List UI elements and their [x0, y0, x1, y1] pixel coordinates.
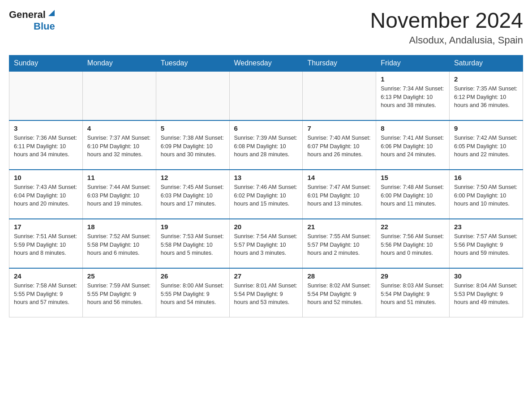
day-info: Sunrise: 7:54 AM Sunset: 5:57 PM Dayligh… — [234, 232, 298, 257]
day-number: 1 — [381, 75, 445, 83]
calendar-cell: 27Sunrise: 8:01 AM Sunset: 5:54 PM Dayli… — [229, 268, 303, 317]
logo-text-general: General — [9, 9, 46, 21]
day-number: 5 — [161, 124, 225, 132]
day-number: 23 — [454, 223, 518, 231]
day-number: 12 — [161, 174, 225, 181]
calendar-cell: 16Sunrise: 7:50 AM Sunset: 6:00 PM Dayli… — [450, 170, 523, 219]
day-info: Sunrise: 8:01 AM Sunset: 5:54 PM Dayligh… — [234, 282, 298, 307]
day-info: Sunrise: 7:45 AM Sunset: 6:03 PM Dayligh… — [161, 183, 225, 208]
calendar-week-row: 10Sunrise: 7:43 AM Sunset: 6:04 PM Dayli… — [9, 170, 523, 219]
day-info: Sunrise: 7:40 AM Sunset: 6:07 PM Dayligh… — [307, 134, 371, 159]
day-number: 9 — [454, 124, 518, 132]
calendar-cell: 9Sunrise: 7:42 AM Sunset: 6:05 PM Daylig… — [450, 120, 523, 170]
weekday-header-friday: Friday — [376, 55, 450, 71]
calendar-week-row: 1Sunrise: 7:34 AM Sunset: 6:13 PM Daylig… — [9, 71, 523, 120]
calendar-cell: 15Sunrise: 7:48 AM Sunset: 6:00 PM Dayli… — [376, 170, 450, 219]
calendar-week-row: 3Sunrise: 7:36 AM Sunset: 6:11 PM Daylig… — [9, 120, 523, 170]
calendar-cell: 26Sunrise: 8:00 AM Sunset: 5:55 PM Dayli… — [156, 268, 229, 317]
calendar-cell: 2Sunrise: 7:35 AM Sunset: 6:12 PM Daylig… — [450, 71, 523, 120]
calendar-cell: 1Sunrise: 7:34 AM Sunset: 6:13 PM Daylig… — [376, 71, 450, 120]
calendar-cell — [156, 71, 229, 120]
calendar-table: SundayMondayTuesdayWednesdayThursdayFrid… — [9, 55, 523, 318]
calendar-cell: 19Sunrise: 7:53 AM Sunset: 5:58 PM Dayli… — [156, 219, 229, 268]
calendar-cell — [9, 71, 83, 120]
day-info: Sunrise: 8:03 AM Sunset: 5:54 PM Dayligh… — [381, 282, 445, 307]
day-info: Sunrise: 7:39 AM Sunset: 6:08 PM Dayligh… — [234, 134, 298, 159]
day-info: Sunrise: 7:48 AM Sunset: 6:00 PM Dayligh… — [381, 183, 445, 208]
title-area: November 2024 Alsodux, Andalusia, Spain — [370, 9, 523, 46]
svg-marker-0 — [48, 10, 55, 16]
day-number: 16 — [454, 174, 518, 181]
calendar-cell: 8Sunrise: 7:41 AM Sunset: 6:06 PM Daylig… — [376, 120, 450, 170]
day-info: Sunrise: 7:42 AM Sunset: 6:05 PM Dayligh… — [454, 134, 518, 159]
day-info: Sunrise: 7:37 AM Sunset: 6:10 PM Dayligh… — [87, 134, 151, 159]
day-number: 18 — [87, 223, 151, 231]
day-info: Sunrise: 7:34 AM Sunset: 6:13 PM Dayligh… — [381, 85, 445, 110]
calendar-cell: 3Sunrise: 7:36 AM Sunset: 6:11 PM Daylig… — [9, 120, 83, 170]
day-number: 15 — [381, 174, 445, 181]
day-info: Sunrise: 7:47 AM Sunset: 6:01 PM Dayligh… — [307, 183, 371, 208]
calendar-cell: 30Sunrise: 8:04 AM Sunset: 5:53 PM Dayli… — [450, 268, 523, 317]
day-number: 11 — [87, 174, 151, 181]
day-info: Sunrise: 7:51 AM Sunset: 5:59 PM Dayligh… — [14, 232, 78, 257]
logo-text-blue: Blue — [34, 21, 55, 32]
day-info: Sunrise: 7:50 AM Sunset: 6:00 PM Dayligh… — [454, 183, 518, 208]
page-header: General Blue November 2024 Alsodux, Anda… — [9, 9, 523, 46]
calendar-cell: 17Sunrise: 7:51 AM Sunset: 5:59 PM Dayli… — [9, 219, 83, 268]
day-number: 22 — [381, 223, 445, 231]
calendar-cell: 10Sunrise: 7:43 AM Sunset: 6:04 PM Dayli… — [9, 170, 83, 219]
calendar-cell — [82, 71, 156, 120]
calendar-cell — [229, 71, 303, 120]
day-info: Sunrise: 7:36 AM Sunset: 6:11 PM Dayligh… — [14, 134, 78, 159]
day-info: Sunrise: 7:41 AM Sunset: 6:06 PM Dayligh… — [381, 134, 445, 159]
day-number: 10 — [14, 174, 78, 181]
day-number: 8 — [381, 124, 445, 132]
calendar-cell: 18Sunrise: 7:52 AM Sunset: 5:58 PM Dayli… — [82, 219, 156, 268]
day-number: 19 — [161, 223, 225, 231]
calendar-cell: 12Sunrise: 7:45 AM Sunset: 6:03 PM Dayli… — [156, 170, 229, 219]
day-number: 7 — [307, 124, 371, 132]
day-info: Sunrise: 7:53 AM Sunset: 5:58 PM Dayligh… — [161, 232, 225, 257]
day-number: 17 — [14, 223, 78, 231]
calendar-week-row: 24Sunrise: 7:58 AM Sunset: 5:55 PM Dayli… — [9, 268, 523, 317]
day-number: 24 — [14, 272, 78, 280]
day-number: 14 — [307, 174, 371, 181]
day-info: Sunrise: 8:00 AM Sunset: 5:55 PM Dayligh… — [161, 282, 225, 307]
day-number: 28 — [307, 272, 371, 280]
day-info: Sunrise: 7:35 AM Sunset: 6:12 PM Dayligh… — [454, 85, 518, 110]
day-number: 21 — [307, 223, 371, 231]
calendar-cell — [303, 71, 376, 120]
calendar-cell: 22Sunrise: 7:56 AM Sunset: 5:56 PM Dayli… — [376, 219, 450, 268]
calendar-week-row: 17Sunrise: 7:51 AM Sunset: 5:59 PM Dayli… — [9, 219, 523, 268]
weekday-header-sunday: Sunday — [9, 55, 83, 71]
day-number: 13 — [234, 174, 298, 181]
calendar-cell: 7Sunrise: 7:40 AM Sunset: 6:07 PM Daylig… — [303, 120, 376, 170]
day-number: 25 — [87, 272, 151, 280]
calendar-subtitle: Alsodux, Andalusia, Spain — [370, 34, 523, 46]
day-number: 2 — [454, 75, 518, 83]
weekday-header-thursday: Thursday — [303, 55, 376, 71]
calendar-cell: 11Sunrise: 7:44 AM Sunset: 6:03 PM Dayli… — [82, 170, 156, 219]
day-info: Sunrise: 7:38 AM Sunset: 6:09 PM Dayligh… — [161, 134, 225, 159]
day-info: Sunrise: 7:58 AM Sunset: 5:55 PM Dayligh… — [14, 282, 78, 307]
day-number: 30 — [454, 272, 518, 280]
weekday-header-saturday: Saturday — [450, 55, 523, 71]
calendar-cell: 21Sunrise: 7:55 AM Sunset: 5:57 PM Dayli… — [303, 219, 376, 268]
calendar-cell: 13Sunrise: 7:46 AM Sunset: 6:02 PM Dayli… — [229, 170, 303, 219]
day-info: Sunrise: 8:04 AM Sunset: 5:53 PM Dayligh… — [454, 282, 518, 307]
calendar-cell: 14Sunrise: 7:47 AM Sunset: 6:01 PM Dayli… — [303, 170, 376, 219]
calendar-title: November 2024 — [370, 9, 523, 33]
calendar-cell: 6Sunrise: 7:39 AM Sunset: 6:08 PM Daylig… — [229, 120, 303, 170]
calendar-cell: 23Sunrise: 7:57 AM Sunset: 5:56 PM Dayli… — [450, 219, 523, 268]
day-info: Sunrise: 7:43 AM Sunset: 6:04 PM Dayligh… — [14, 183, 78, 208]
calendar-cell: 4Sunrise: 7:37 AM Sunset: 6:10 PM Daylig… — [82, 120, 156, 170]
day-number: 20 — [234, 223, 298, 231]
weekday-header-monday: Monday — [82, 55, 156, 71]
day-number: 3 — [14, 124, 78, 132]
day-info: Sunrise: 7:52 AM Sunset: 5:58 PM Dayligh… — [87, 232, 151, 257]
calendar-cell: 24Sunrise: 7:58 AM Sunset: 5:55 PM Dayli… — [9, 268, 83, 317]
day-number: 4 — [87, 124, 151, 132]
day-number: 6 — [234, 124, 298, 132]
logo-triangle-icon — [47, 8, 56, 18]
weekday-header-wednesday: Wednesday — [229, 55, 303, 71]
